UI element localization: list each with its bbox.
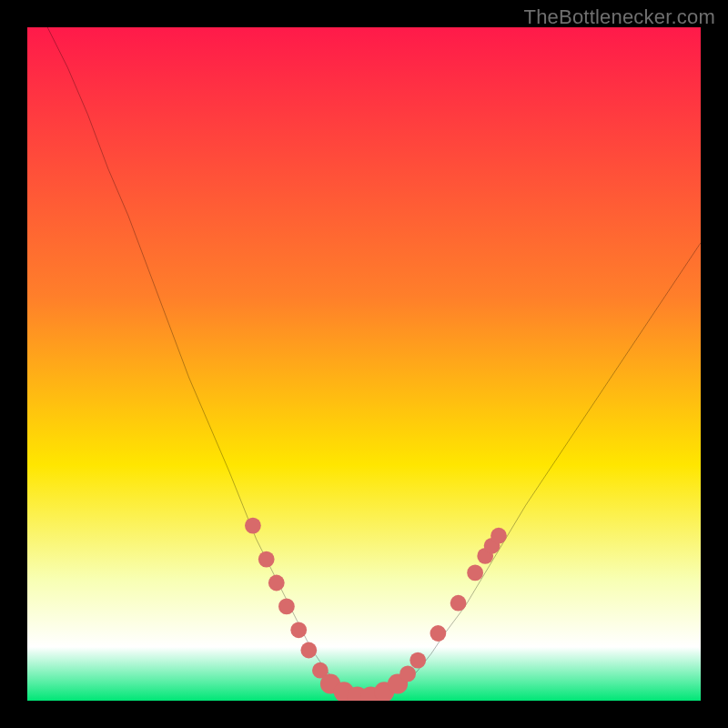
data-marker [430,625,447,642]
data-marker [490,528,507,544]
data-marker [450,595,467,612]
data-marker [290,622,307,638]
data-marker [467,565,483,581]
data-marker [258,551,275,568]
plot-area [27,27,701,701]
chart-svg [27,27,701,701]
watermark-text: TheBottlenecker.com [524,5,715,29]
data-marker [300,642,317,659]
data-marker [410,652,426,669]
chart-frame: TheBottlenecker.com [0,0,728,728]
data-marker [268,575,285,592]
data-marker [399,666,416,682]
data-marker [278,599,295,615]
data-marker [245,518,261,534]
gradient-background [27,27,701,701]
